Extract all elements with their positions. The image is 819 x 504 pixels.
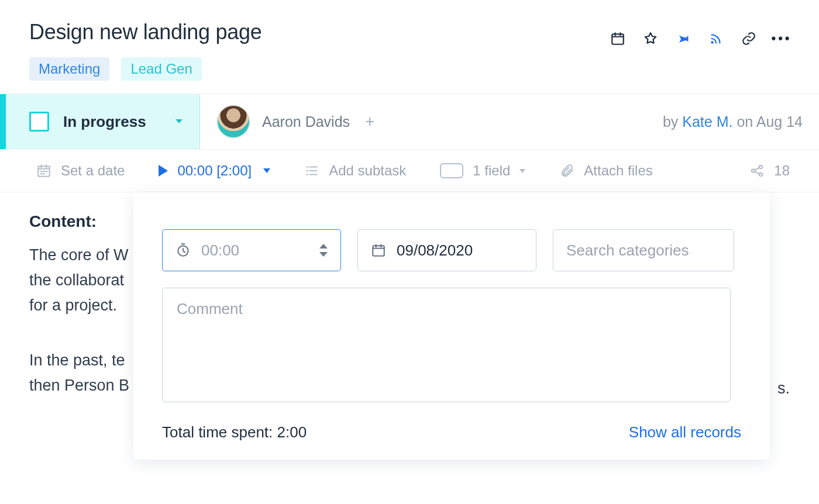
chevron-down-icon (263, 168, 270, 173)
comment-input[interactable]: Comment (162, 288, 731, 402)
rss-icon[interactable] (708, 30, 724, 47)
date-field[interactable]: 09/08/2020 (357, 229, 536, 271)
assignee-name: Aaron Davids (262, 113, 350, 130)
more-icon[interactable]: ••• (773, 30, 790, 47)
time-entry-popover: 09/08/2020 Search categories Comment Tot… (133, 192, 770, 460)
status-selector[interactable]: In progress (0, 94, 200, 149)
svg-rect-0 (612, 34, 624, 44)
svg-rect-7 (373, 246, 384, 256)
pin-icon[interactable] (675, 30, 691, 47)
fields-label: 1 field (473, 163, 510, 179)
chevron-down-icon (175, 116, 183, 127)
calendar-icon[interactable] (610, 30, 626, 47)
byline-prefix: by (663, 113, 682, 130)
duration-input[interactable] (201, 241, 289, 260)
attach-label: Attach files (584, 163, 652, 179)
add-assignee-button[interactable]: + (362, 112, 378, 131)
field-pill-icon (440, 163, 463, 178)
date-value: 09/08/2020 (397, 241, 473, 260)
chevron-up-icon[interactable] (319, 244, 328, 248)
assignee-avatar[interactable] (216, 105, 250, 139)
play-icon (159, 165, 168, 177)
truncated-text: s. (777, 379, 790, 398)
add-subtask-label: Add subtask (329, 163, 406, 179)
timer-label: 00:00 [2:00] (177, 163, 252, 179)
status-label: In progress (63, 113, 146, 131)
categories-field[interactable]: Search categories (553, 229, 734, 271)
comment-placeholder: Comment (177, 300, 243, 317)
share-count: 18 (774, 163, 790, 179)
header-actions: ••• (610, 30, 790, 47)
byline: by Kate M. on Aug 14 (663, 113, 803, 130)
byline-suffix: on Aug 14 (732, 113, 803, 130)
tag-row: Marketing Lead Gen (0, 47, 819, 94)
status-checkbox[interactable] (29, 112, 49, 132)
categories-placeholder: Search categories (566, 241, 689, 260)
set-date-label: Set a date (61, 163, 125, 179)
total-time-label: Total time spent: 2:00 (162, 423, 307, 441)
tag-lead-gen[interactable]: Lead Gen (121, 57, 201, 81)
attach-files-button[interactable]: Attach files (559, 163, 652, 179)
show-all-records-link[interactable]: Show all records (629, 423, 741, 441)
star-icon[interactable] (642, 30, 659, 47)
timer-button[interactable]: 00:00 [2:00] (159, 163, 270, 179)
byline-author[interactable]: Kate M. (682, 113, 732, 130)
link-icon[interactable] (741, 30, 757, 47)
set-date-button[interactable]: Set a date (36, 163, 125, 179)
duration-stepper[interactable] (319, 244, 328, 257)
add-subtask-button[interactable]: Add subtask (304, 163, 406, 179)
custom-fields-button[interactable]: 1 field (440, 163, 525, 179)
tag-marketing[interactable]: Marketing (29, 57, 109, 81)
svg-point-1 (711, 41, 713, 43)
share-button[interactable]: 18 (749, 163, 790, 179)
chevron-down-icon[interactable] (319, 252, 328, 257)
task-title: Design new landing page (29, 20, 261, 44)
duration-field[interactable] (162, 229, 341, 271)
chevron-down-icon (519, 169, 525, 173)
